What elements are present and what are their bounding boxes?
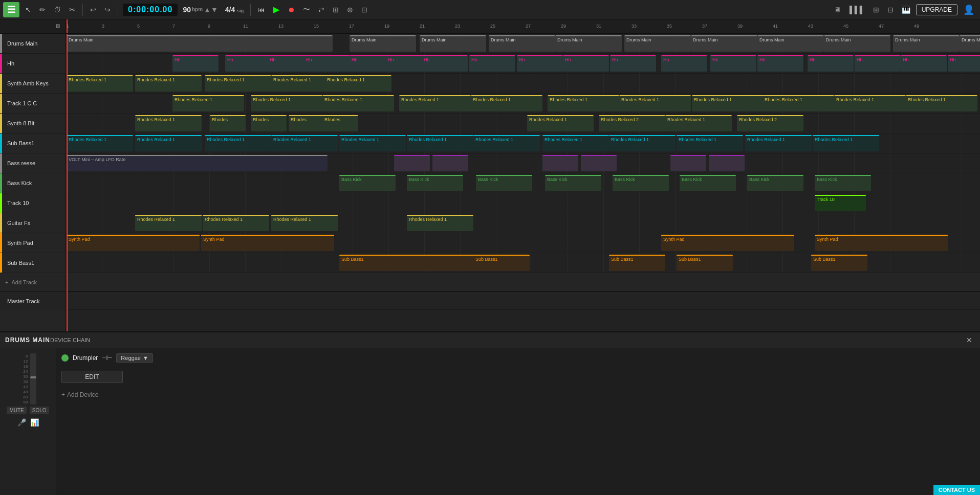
clip-drums-main-6[interactable]: Drums Main (624, 35, 691, 52)
clip-8bit-1[interactable]: Rhodes Relaxed 1 (135, 115, 202, 131)
clip-kick-2[interactable]: Bass Kick (407, 175, 463, 191)
clip-hh-10[interactable]: Hh (563, 55, 609, 72)
clip-drums-main-5[interactable]: Drums Main (555, 35, 622, 52)
clip-hh-4[interactable]: Hh (304, 55, 350, 72)
mute-button[interactable]: MUTE (7, 407, 26, 414)
clip-sub1t-7[interactable]: Rhodes Relaxed 1 (473, 135, 540, 151)
clip-hh-8[interactable]: Hh (469, 55, 515, 72)
clip-hh-13[interactable]: Hh (710, 55, 756, 72)
play-button[interactable]: ▶ (271, 3, 282, 16)
clip-synth-pad-2[interactable]: Synth Pad (201, 235, 334, 251)
clip-synth-pad-1[interactable]: Synth Pad (67, 235, 200, 251)
clip-sub1t-5[interactable]: Rhodes Relaxed 1 (339, 135, 406, 151)
clip-drums-main-9[interactable]: Drums Main (824, 35, 890, 52)
clip-hh-15[interactable]: Hh (808, 55, 854, 72)
clip-kick-7[interactable]: Bass Kick (747, 175, 803, 191)
clip-hh-9[interactable]: Hh (517, 55, 563, 72)
view-button[interactable]: ⊡ (359, 4, 370, 15)
clip-sub1t-6[interactable]: Rhodes Relaxed 1 (407, 135, 473, 151)
track-item-synth8bit[interactable]: Synth 8 Bit (0, 114, 66, 133)
clip-sub-bass-1[interactable]: Sub Bass1 (339, 255, 483, 271)
clip-8bit-4[interactable]: Rhodes (289, 115, 324, 131)
track-item-hh[interactable]: Hh (0, 54, 66, 74)
clip-hh-18[interactable]: Hh (948, 55, 980, 72)
user-avatar[interactable]: 👤 (961, 3, 977, 17)
clip-guitar-3[interactable]: Rhodes Relaxed 1 (271, 215, 338, 231)
contact-us-button[interactable]: CONTACT US (933, 485, 980, 495)
clip-rhodes-cc-2[interactable]: Rhodes Relaxed 1 (251, 95, 322, 111)
clip-guitar-4[interactable]: Rhodes Relaxed 1 (407, 215, 473, 231)
clip-sub-bass-4[interactable]: Sub Bass1 (677, 255, 733, 271)
track-item-synth-amb-keys[interactable]: Synth Amb Keys (0, 74, 66, 94)
device-preset-dropdown[interactable]: Reggae ▼ (116, 353, 153, 363)
clip-8bit-5[interactable]: Rhodes (322, 115, 358, 131)
master-track-item[interactable]: Master Track (0, 291, 66, 310)
clip-drums-main-1[interactable]: Drums Main (67, 35, 333, 52)
clip-hh-12[interactable]: Hh (661, 55, 707, 72)
clip-rhodes-cc-3[interactable]: Rhodes Relaxed 1 (322, 95, 394, 111)
clip-8bit-2[interactable]: Rhodes (210, 115, 246, 131)
clip-sub-bass-5[interactable]: Sub Bass1 (811, 255, 867, 271)
grid-icon[interactable]: ⊞ (870, 4, 882, 15)
clip-drums-main-3[interactable]: Drums Main (420, 35, 486, 52)
clip-rhodes-cc-7[interactable]: Rhodes Relaxed 1 (619, 95, 691, 111)
clip-hh-11[interactable]: Hh (610, 55, 656, 72)
clip-sub1t-1[interactable]: Rhodes Relaxed 1 (67, 135, 133, 151)
clip-sub1t-11[interactable]: Rhodes Relaxed 1 (745, 135, 812, 151)
close-panel-button[interactable]: ✕ (964, 334, 975, 346)
pencil-tool[interactable]: ✏ (37, 4, 48, 15)
track-item-sub-bass1-bot[interactable]: Sub Bass1 (0, 253, 66, 273)
clip-guitar-2[interactable]: Rhodes Relaxed 1 (203, 215, 269, 231)
clip-hh-17[interactable]: Hh (901, 55, 947, 72)
zoom-button[interactable]: ⊕ (344, 4, 356, 15)
clip-drums-main-8[interactable]: Drums Main (757, 35, 824, 52)
device-power-button[interactable] (61, 354, 69, 362)
clip-rhodes-5[interactable]: Rhodes Relaxed 1 (325, 75, 391, 92)
clip-volt-4[interactable] (542, 155, 578, 171)
clip-rhodes-2[interactable]: Rhodes Relaxed 1 (135, 75, 202, 92)
undo-button[interactable]: ↩ (88, 4, 99, 15)
clip-sub1t-9[interactable]: Rhodes Relaxed 1 (609, 135, 676, 151)
track-item-bass-kick[interactable]: Bass Kick (0, 173, 66, 193)
clip-8bit-8[interactable]: Rhodes Relaxed 1 (665, 115, 732, 131)
clip-hh-16[interactable]: Hh (855, 55, 901, 72)
clip-rhodes-cc-6[interactable]: Rhodes Relaxed 1 (548, 95, 619, 111)
clip-sub1t-4[interactable]: Rhodes Relaxed 1 (271, 135, 338, 151)
clip-rhodes-3[interactable]: Rhodes Relaxed 1 (205, 75, 271, 92)
clip-volt-3[interactable] (432, 155, 468, 171)
clip-sub1t-3[interactable]: Rhodes Relaxed 1 (205, 135, 271, 151)
track-item-drums-main[interactable]: Drums Main (0, 34, 66, 54)
clock-tool[interactable]: ⏱ (51, 4, 63, 15)
add-track-button[interactable]: + Add Track (0, 273, 66, 291)
loop-toggle[interactable]: ⇄ (316, 4, 327, 15)
monitor-icon[interactable]: 🎤 (17, 418, 26, 426)
clip-volt-1[interactable]: VOLT Mini – Amp LFO Rate (67, 155, 328, 171)
clip-rhodes-cc-11[interactable]: Rhodes Relaxed 1 (906, 95, 977, 111)
clip-rhodes-cc-10[interactable]: Rhodes Relaxed 1 (834, 95, 906, 111)
spectrum-icon[interactable]: 📊 (30, 418, 39, 426)
scissors-tool[interactable]: ✂ (67, 4, 78, 15)
clip-rhodes-cc-1[interactable]: Rhodes Relaxed 1 (172, 95, 244, 111)
clip-hh-7[interactable]: Hh (422, 55, 468, 72)
clip-synth-pad-4[interactable]: Synth Pad (815, 235, 948, 251)
track-item-track10[interactable]: Track 10 (0, 193, 66, 213)
snap-button[interactable]: ⊞ (330, 4, 341, 15)
loop-mode[interactable]: 〜 (300, 4, 313, 16)
clip-sub1t-10[interactable]: Rhodes Relaxed 1 (677, 135, 743, 151)
add-device-button[interactable]: + Add Device (61, 391, 975, 398)
menu-button[interactable]: ☰ (3, 2, 19, 17)
track-item-synth-pad[interactable]: Synth Pad (0, 233, 66, 253)
piano-icon[interactable]: 🎹 (899, 4, 913, 15)
track-item-bass-reese[interactable]: Bass reese (0, 153, 66, 173)
volume-fader[interactable] (30, 353, 36, 404)
clip-8bit-6[interactable]: Rhodes Relaxed 1 (527, 115, 594, 131)
clip-kick-1[interactable]: Bass Kick (339, 175, 396, 191)
clip-8bit-9[interactable]: Rhodes Relaxed 2 (737, 115, 803, 131)
track-item-sub-bass1-top[interactable]: Sub Bass1 (0, 133, 66, 153)
clip-volt-7[interactable] (709, 155, 745, 171)
clip-kick-6[interactable]: Bass Kick (680, 175, 736, 191)
tracks-canvas[interactable]: Drums Main Drums Main Drums Main Drums M… (67, 34, 980, 331)
clip-sub1t-12[interactable]: Rhodes Relaxed 1 (813, 135, 879, 151)
clip-kick-8[interactable]: Bass Kick (815, 175, 871, 191)
clip-hh-14[interactable]: Hh (757, 55, 803, 72)
